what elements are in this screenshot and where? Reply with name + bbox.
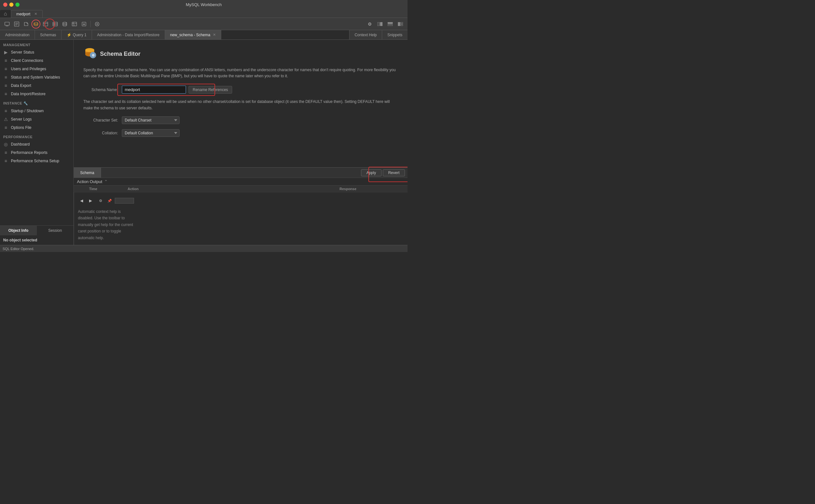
medport-tab-close[interactable]: ✕: [34, 12, 37, 16]
sidebar-item-data-import[interactable]: ≡ Data Import/Restore: [0, 90, 73, 98]
tab-schemas[interactable]: Schemas: [35, 30, 62, 39]
settings-button[interactable]: ⚙: [365, 20, 374, 29]
tab-query1[interactable]: ⚡ Query 1: [62, 30, 92, 39]
rename-references-button[interactable]: Rename References: [189, 86, 232, 94]
sidebar-main: MANAGEMENT ▶ Server Status ≡ Client Conn…: [0, 40, 73, 225]
no-object-label: No object selected: [0, 235, 73, 245]
title-bar: MySQL Workbench: [0, 0, 407, 9]
svg-rect-23: [377, 22, 380, 26]
action-output-expand-icon[interactable]: ⌃: [104, 179, 108, 184]
tab-administration[interactable]: Administration: [0, 30, 35, 39]
maximize-button[interactable]: [15, 3, 20, 7]
charset-description: The character set and its collation sele…: [83, 99, 398, 111]
tab-snippets[interactable]: Snippets: [382, 30, 407, 39]
sidebar-item-server-logs[interactable]: ⚠ Server Logs: [0, 115, 73, 123]
sidebar-item-users-privileges[interactable]: ≡ Users and Privileges: [0, 65, 73, 73]
back-button[interactable]: ◀: [78, 196, 86, 205]
status-label: Status and System Variables: [11, 75, 60, 80]
routine-button[interactable]: [93, 20, 102, 29]
schema-tab-actions: Apply Revert: [361, 169, 407, 176]
tab-session[interactable]: Session: [37, 226, 74, 235]
action-output-table: Time Action Response: [74, 186, 407, 192]
right-panel-text: Automatic context help is disabled. Use …: [78, 208, 134, 241]
forward-button[interactable]: ▶: [87, 196, 95, 205]
performance-section-title: PERFORMANCE: [0, 132, 73, 140]
svg-rect-10: [53, 22, 57, 26]
schema-icon: ⚙: [83, 46, 96, 62]
window-controls: [3, 3, 20, 7]
minimize-button[interactable]: [9, 3, 13, 7]
client-connections-icon: ≡: [3, 58, 8, 63]
svg-rect-7: [43, 22, 48, 26]
home-tab[interactable]: ⌂: [0, 10, 11, 18]
character-set-label: Character Set:: [83, 118, 122, 122]
svg-rect-29: [401, 24, 403, 26]
management-section-title: MANAGEMENT: [0, 40, 73, 48]
client-connections-label: Client Connections: [11, 58, 43, 63]
svg-rect-27: [398, 22, 400, 26]
schema-name-row: Schema Name: Rename References: [83, 86, 398, 94]
sidebar-item-performance-schema[interactable]: ≡ Performance Schema Setup: [0, 157, 73, 165]
schema-tab[interactable]: Schema: [74, 168, 101, 178]
tab-new-schema[interactable]: new_schema - Schema ✕: [165, 30, 221, 39]
collation-row: Collation: Default Collation: [83, 129, 398, 137]
svg-point-31: [85, 48, 94, 52]
character-set-select[interactable]: Default Charset: [122, 116, 180, 124]
sidebar-item-dashboard[interactable]: ◎ Dashboard: [0, 140, 73, 148]
app-tab-bar: ⌂ medport ✕: [0, 9, 407, 18]
server-status-icon: ▶: [3, 50, 8, 55]
perf-schema-icon: ≡: [3, 158, 8, 164]
main-tab-bar: Administration Schemas ⚡ Query 1 Adminis…: [0, 30, 407, 40]
apply-button[interactable]: Apply: [361, 169, 382, 176]
sidebar-item-performance-reports[interactable]: ≡ Performance Reports: [0, 148, 73, 157]
tab-close-icon[interactable]: ✕: [213, 33, 216, 37]
schema-name-input[interactable]: [122, 86, 186, 94]
import-button[interactable]: [80, 20, 88, 29]
schema-title: Schema Editor: [100, 51, 140, 57]
schema-manager-button[interactable]: [31, 20, 40, 29]
open-sql-button[interactable]: [22, 20, 31, 29]
svg-point-6: [34, 22, 38, 24]
context-pin-button[interactable]: 📌: [106, 196, 113, 205]
layout2-button[interactable]: [386, 20, 395, 29]
action-output: Action Output ⌃ Time Action Response: [74, 178, 407, 192]
sidebar-item-status-variables[interactable]: ≡ Status and System Variables: [0, 73, 73, 81]
schema-header: ⚙ Schema Editor: [83, 46, 398, 62]
data-export-label: Data Export: [11, 83, 31, 88]
collation-label: Collation:: [83, 131, 122, 135]
new-query-button[interactable]: [12, 20, 21, 29]
collation-select[interactable]: Default Collation: [122, 129, 180, 137]
sidebar-item-client-connections[interactable]: ≡ Client Connections: [0, 56, 73, 65]
revert-button[interactable]: Revert: [383, 169, 405, 176]
options-label: Options File: [11, 125, 31, 130]
table-data-button[interactable]: [41, 20, 50, 29]
sidebar-item-startup-shutdown[interactable]: ≡ Startup / Shutdown: [0, 107, 73, 115]
schema-name-label: Schema Name:: [83, 88, 122, 92]
new-connection-button[interactable]: [3, 20, 12, 29]
medport-tab[interactable]: medport ✕: [11, 10, 43, 18]
tab-object-info[interactable]: Object Info: [0, 226, 37, 235]
sidebar-item-options-file[interactable]: ≡ Options File: [0, 123, 73, 132]
sidebar-item-data-export[interactable]: ≡ Data Export: [0, 81, 73, 90]
perf-schema-label: Performance Schema Setup: [11, 159, 59, 163]
users-label: Users and Privileges: [11, 67, 46, 71]
context-refresh-button[interactable]: ⚙: [97, 196, 105, 205]
body-layout: MANAGEMENT ▶ Server Status ≡ Client Conn…: [0, 40, 407, 245]
instance-section-title: INSTANCE 🔧: [0, 98, 73, 107]
layout1-button[interactable]: [375, 20, 384, 29]
edit-table-button[interactable]: [51, 20, 60, 29]
alter-table-button[interactable]: [70, 20, 79, 29]
sidebar-item-server-status[interactable]: ▶ Server Status: [0, 48, 73, 56]
create-schema-button[interactable]: [60, 20, 69, 29]
svg-text:⚙: ⚙: [92, 54, 95, 57]
layout3-button[interactable]: [396, 20, 405, 29]
close-button[interactable]: [3, 3, 7, 7]
tab-context-help[interactable]: Context Help: [349, 30, 382, 39]
col-response: Response: [337, 186, 407, 192]
character-set-row: Character Set: Default Charset: [83, 116, 398, 124]
col-time: Time: [87, 186, 125, 192]
status-bar: SQL Editor Opened.: [0, 245, 407, 252]
tab-admin-import[interactable]: Administration - Data Import/Restore: [92, 30, 165, 39]
context-search-input[interactable]: [115, 198, 134, 204]
startup-label: Startup / Shutdown: [11, 109, 44, 113]
